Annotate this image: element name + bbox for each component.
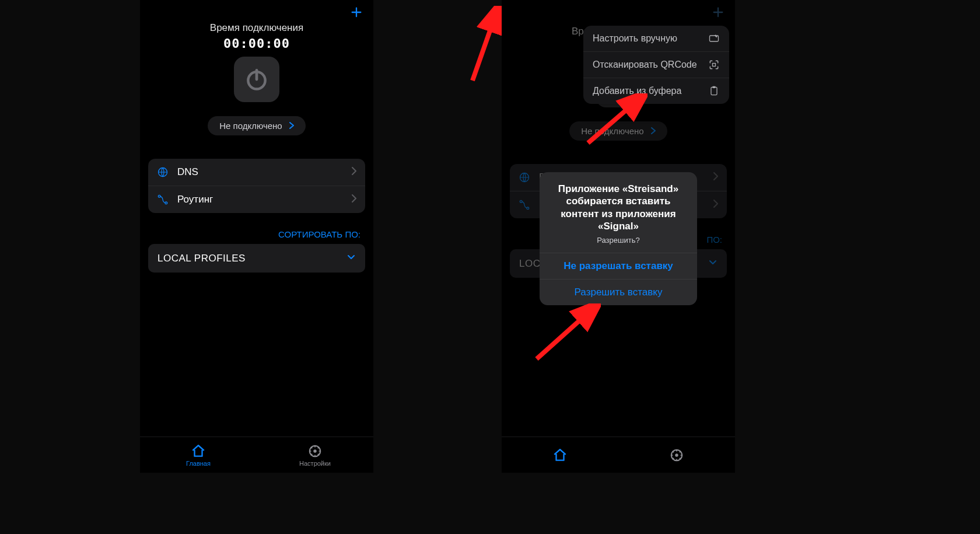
paste-permission-dialog: Приложение «Streisand» собирается встави… bbox=[540, 172, 697, 305]
settings-list: DNS Роутинг bbox=[148, 159, 365, 213]
tab-settings[interactable] bbox=[618, 437, 735, 473]
tab-home-label: Главная bbox=[186, 460, 211, 467]
connection-status-text: Не подключено bbox=[219, 121, 282, 131]
tab-home[interactable]: Главная bbox=[140, 437, 257, 473]
tab-bar bbox=[502, 437, 735, 473]
chevron-right-icon bbox=[288, 121, 295, 131]
dialog-message: Приложение «Streisand» собирается встави… bbox=[540, 172, 697, 236]
tab-home[interactable] bbox=[502, 437, 618, 473]
dns-row[interactable]: DNS bbox=[148, 159, 365, 186]
tab-bar: Главная Настройки bbox=[140, 437, 373, 473]
connection-time-value: 00:00:00 bbox=[140, 36, 373, 51]
connection-status[interactable]: Не подключено bbox=[208, 116, 305, 135]
svg-point-2 bbox=[158, 195, 160, 197]
svg-point-3 bbox=[165, 202, 167, 204]
sort-by-label[interactable]: СОРТИРОВАТЬ ПО: bbox=[140, 229, 360, 239]
tab-settings-label: Настройки bbox=[299, 460, 331, 467]
add-button[interactable] bbox=[348, 4, 365, 21]
dialog-subtext: Разрешить? bbox=[540, 236, 697, 253]
dns-label: DNS bbox=[177, 166, 343, 178]
routing-row[interactable]: Роутинг bbox=[148, 186, 365, 213]
chevron-right-icon bbox=[351, 166, 357, 178]
power-button[interactable] bbox=[234, 57, 279, 102]
svg-point-5 bbox=[313, 449, 316, 452]
chevron-down-icon bbox=[346, 252, 356, 264]
routing-label: Роутинг bbox=[177, 194, 343, 205]
connection-time-label: Время подключения bbox=[140, 22, 373, 34]
route-icon bbox=[156, 193, 169, 206]
dialog-allow-button[interactable]: Разрешить вставку bbox=[540, 279, 697, 305]
local-profiles-label: LOCAL PROFILES bbox=[158, 253, 346, 264]
phone-screen-right: Вре Не подключено D bbox=[502, 0, 735, 473]
local-profiles-row[interactable]: LOCAL PROFILES bbox=[148, 244, 365, 273]
tab-settings[interactable]: Настройки bbox=[257, 437, 373, 473]
svg-point-15 bbox=[675, 453, 678, 456]
globe-icon bbox=[156, 166, 169, 179]
chevron-right-icon bbox=[351, 194, 357, 205]
phone-screen-left: Время подключения 00:00:00 Не подключено… bbox=[140, 0, 373, 473]
dialog-deny-button[interactable]: Не разрешать вставку bbox=[540, 253, 697, 279]
